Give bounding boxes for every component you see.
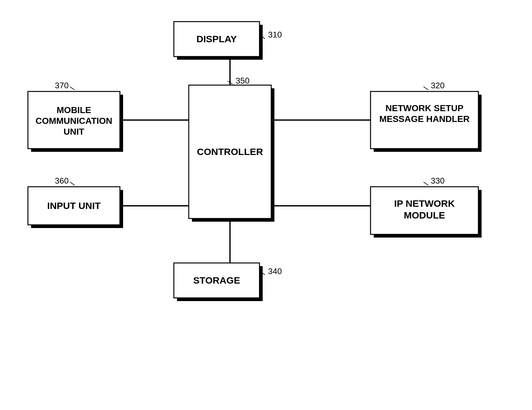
mobile-comm-label-3: UNIT xyxy=(63,127,84,137)
ref-370: 370 xyxy=(55,81,69,90)
mobile-comm-label-1: MOBILE xyxy=(57,105,91,115)
network-setup-label-1: NETWORK SETUP xyxy=(385,103,463,113)
controller-label: CONTROLLER xyxy=(197,146,263,157)
storage-label: STORAGE xyxy=(193,275,240,286)
diagram: DISPLAY CONTROLLER STORAGE MOBILE COMMUN… xyxy=(0,0,532,410)
ref-330-tick xyxy=(424,182,428,185)
ip-network-label-1: IP NETWORK xyxy=(394,198,455,209)
ref-330: 330 xyxy=(431,176,444,185)
ref-340: 340 xyxy=(268,266,282,276)
ref-360: 360 xyxy=(55,176,69,185)
input-unit-label: INPUT UNIT xyxy=(47,200,101,211)
diagram-svg: DISPLAY CONTROLLER STORAGE MOBILE COMMUN… xyxy=(0,0,532,410)
display-label: DISPLAY xyxy=(196,34,237,44)
ref-370-tick xyxy=(70,87,75,90)
mobile-comm-label-2: COMMUNICATION xyxy=(36,116,112,126)
ref-310: 310 xyxy=(268,30,282,39)
ip-network-label-2: MODULE xyxy=(404,210,445,220)
ref-320: 320 xyxy=(431,81,444,90)
ref-320-tick xyxy=(424,87,428,90)
network-setup-label-2: MESSAGE HANDLER xyxy=(379,114,470,124)
ref-360-tick xyxy=(70,182,75,185)
ref-350: 350 xyxy=(236,76,249,85)
